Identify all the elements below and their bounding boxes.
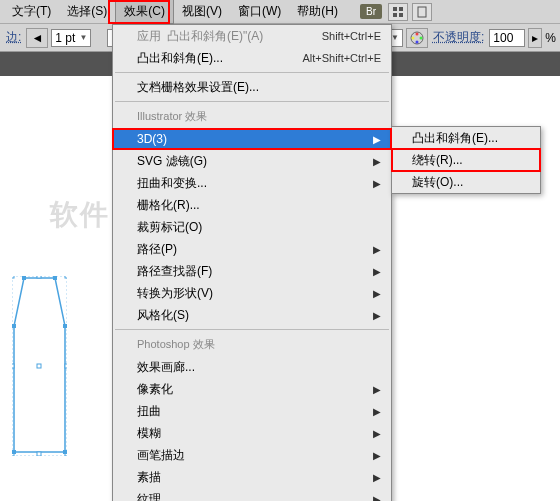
- menu-select[interactable]: 选择(S): [59, 0, 115, 23]
- svg-rect-15: [65, 364, 67, 368]
- menu-raster-settings[interactable]: 文档栅格效果设置(E)...: [113, 76, 391, 98]
- submenu-extrude[interactable]: 凸出和斜角(E)...: [392, 127, 540, 149]
- stroke-width-combo[interactable]: 1 pt▼: [51, 29, 91, 47]
- opacity-suffix: %: [545, 31, 556, 45]
- opacity-arrow-icon[interactable]: ▸: [528, 28, 542, 48]
- menubar: 文字(T) 选择(S) 效果(C) 视图(V) 窗口(W) 帮助(H) Br: [0, 0, 560, 24]
- svg-rect-11: [12, 276, 14, 278]
- menu-svg[interactable]: SVG 滤镜(G)▶: [113, 150, 391, 172]
- opacity-input[interactable]: 100: [489, 29, 525, 47]
- menu-convert-shape[interactable]: 转换为形状(V)▶: [113, 282, 391, 304]
- stroke-label: 边:: [4, 29, 23, 46]
- separator: [115, 72, 389, 73]
- svg-rect-1: [399, 7, 403, 11]
- separator: [115, 101, 389, 102]
- svg-rect-13: [65, 276, 67, 278]
- menu-distort-transform[interactable]: 扭曲和变换...▶: [113, 172, 391, 194]
- svg-rect-19: [37, 364, 41, 368]
- svg-rect-3: [399, 13, 403, 17]
- svg-point-7: [419, 36, 422, 39]
- menu-3d[interactable]: 3D(3)▶: [113, 128, 391, 150]
- svg-point-9: [411, 36, 414, 39]
- section-photoshop: Photoshop 效果: [113, 333, 391, 356]
- section-illustrator: Illustrator 效果: [113, 105, 391, 128]
- arrow-left-icon[interactable]: ◄: [26, 28, 48, 48]
- 3d-submenu: 凸出和斜角(E)... 绕转(R)... 旋转(O)...: [391, 126, 541, 194]
- separator: [115, 329, 389, 330]
- menu-texture[interactable]: 纹理▶: [113, 488, 391, 501]
- menu-view[interactable]: 视图(V): [174, 0, 230, 23]
- menu-brush-strokes[interactable]: 画笔描边▶: [113, 444, 391, 466]
- svg-rect-21: [53, 276, 57, 280]
- svg-rect-2: [393, 13, 397, 17]
- menu-path[interactable]: 路径(P)▶: [113, 238, 391, 260]
- menu-sketch[interactable]: 素描▶: [113, 466, 391, 488]
- menu-rasterize[interactable]: 栅格化(R)...: [113, 194, 391, 216]
- svg-rect-12: [37, 276, 41, 278]
- effect-menu: 应用凸出和斜角(E)"(A)Shift+Ctrl+E 凸出和斜角(E)...Al…: [112, 24, 392, 501]
- menu-help[interactable]: 帮助(H): [289, 0, 346, 23]
- recolor-icon[interactable]: [406, 28, 428, 48]
- grid-icon[interactable]: [388, 3, 408, 21]
- svg-point-6: [415, 32, 418, 35]
- svg-point-8: [415, 40, 418, 43]
- menu-stylize-ai[interactable]: 风格化(S)▶: [113, 304, 391, 326]
- doc-icon[interactable]: [412, 3, 432, 21]
- svg-rect-25: [63, 450, 67, 454]
- menu-blur[interactable]: 模糊▶: [113, 422, 391, 444]
- submenu-rotate[interactable]: 旋转(O)...: [392, 171, 540, 193]
- menu-gallery[interactable]: 效果画廊...: [113, 356, 391, 378]
- selected-shape[interactable]: [12, 276, 67, 456]
- menu-window[interactable]: 窗口(W): [230, 0, 289, 23]
- svg-rect-23: [63, 324, 67, 328]
- menu-pathfinder[interactable]: 路径查找器(F)▶: [113, 260, 391, 282]
- svg-rect-24: [12, 450, 16, 454]
- menu-text[interactable]: 文字(T): [4, 0, 59, 23]
- svg-rect-4: [418, 7, 426, 17]
- menu-distort[interactable]: 扭曲▶: [113, 400, 391, 422]
- svg-rect-22: [12, 324, 16, 328]
- svg-rect-20: [22, 276, 26, 280]
- svg-rect-17: [37, 452, 41, 456]
- menu-apply: 应用凸出和斜角(E)"(A)Shift+Ctrl+E: [113, 25, 391, 47]
- bridge-badge[interactable]: Br: [360, 4, 382, 19]
- opacity-label: 不透明度:: [431, 29, 486, 46]
- menu-pixelate[interactable]: 像素化▶: [113, 378, 391, 400]
- submenu-revolve[interactable]: 绕转(R)...: [392, 149, 540, 171]
- svg-rect-0: [393, 7, 397, 11]
- menu-crop-marks[interactable]: 裁剪标记(O): [113, 216, 391, 238]
- svg-rect-14: [12, 364, 14, 368]
- menu-bevel[interactable]: 凸出和斜角(E)...Alt+Shift+Ctrl+E: [113, 47, 391, 69]
- menu-effect[interactable]: 效果(C): [115, 0, 174, 24]
